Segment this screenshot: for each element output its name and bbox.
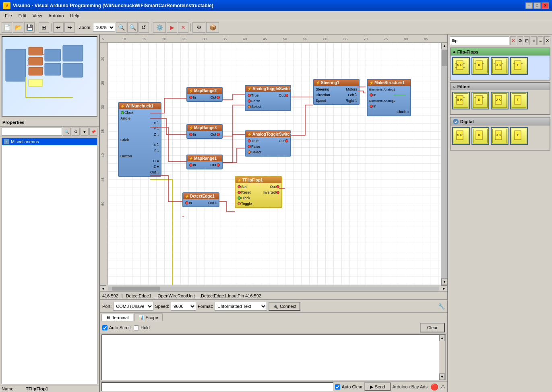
port-dot-inverted[interactable] bbox=[276, 191, 279, 194]
prop-btn-search[interactable]: 🔍 bbox=[63, 128, 71, 136]
node-wiinunchuck[interactable]: ⚡ WiiNunchuck1 Clock Angle X ⤵ bbox=[118, 102, 161, 177]
port-dot-select[interactable] bbox=[248, 105, 251, 108]
port-dot-tff-out[interactable] bbox=[276, 185, 279, 188]
scrollbar-h-thumb[interactable] bbox=[112, 287, 160, 291]
toolbar-grid[interactable]: ⊞ bbox=[39, 22, 49, 33]
search-close-btn[interactable]: ✕ bbox=[544, 36, 550, 45]
search-clear-btn[interactable]: ✕ bbox=[510, 36, 516, 45]
menu-view[interactable]: View bbox=[29, 12, 45, 19]
port-dot-clock[interactable] bbox=[121, 111, 124, 114]
scroll-left-btn[interactable]: ◄ bbox=[100, 285, 106, 292]
port-dot-reset[interactable] bbox=[238, 191, 241, 194]
comp-ff-4[interactable]: T bbox=[510, 57, 528, 75]
port-dot-false[interactable] bbox=[248, 99, 251, 103]
node-maprange1[interactable]: ⚡ MapRange1 In Out bbox=[186, 155, 223, 169]
node-maprange3[interactable]: ⚡ MapRange3 In Out bbox=[186, 124, 223, 139]
port-dot-toggle[interactable] bbox=[238, 202, 241, 205]
wrench-btn[interactable]: 🔧 bbox=[438, 303, 445, 309]
port-dot-true[interactable] bbox=[248, 94, 251, 97]
autoclear-checkbox[interactable] bbox=[335, 384, 340, 390]
scroll-down-btn[interactable]: ▼ bbox=[441, 279, 447, 285]
zoom-select[interactable]: 100% 75% 150% bbox=[93, 23, 115, 32]
node-analog2[interactable]: ⚡ AnalogToggleSwitch2 True Out bbox=[245, 130, 291, 157]
search-filter-btn[interactable]: ⊞ bbox=[524, 36, 530, 45]
hold-label[interactable]: Hold bbox=[134, 325, 150, 330]
comp-digital-2[interactable]: D bbox=[471, 127, 489, 145]
port-dot-in[interactable] bbox=[189, 133, 192, 136]
menu-edit[interactable]: Edit bbox=[15, 12, 29, 19]
comp-filter-ff-3[interactable]: J K bbox=[491, 92, 509, 109]
comp-ff-3[interactable]: J K bbox=[491, 57, 509, 75]
search-more-btn[interactable]: » bbox=[531, 36, 537, 45]
toolbar-redo[interactable]: ↪ bbox=[64, 22, 75, 33]
scroll-right-btn[interactable]: ► bbox=[441, 285, 447, 292]
node-analog1[interactable]: ⚡ AnalogToggleSwitch1 True Out bbox=[245, 85, 291, 111]
port-select[interactable]: COM3 (Unave bbox=[113, 302, 153, 311]
section-header-filters[interactable]: ○ Filters bbox=[451, 83, 550, 90]
scroll-up-btn[interactable]: ▲ bbox=[441, 43, 447, 49]
toolbar-zoom-in[interactable]: 🔍 bbox=[116, 22, 126, 33]
port-dot-out[interactable] bbox=[217, 163, 220, 167]
maximize-button[interactable]: □ bbox=[533, 2, 541, 9]
port-dot-out[interactable] bbox=[217, 96, 220, 99]
tab-terminal[interactable]: 🖥 Terminal bbox=[101, 314, 133, 321]
node-makestructure[interactable]: ⚡ MakeStructure1 Elements.Analog1 In Ele… bbox=[367, 79, 411, 116]
tab-scope[interactable]: 📊 Scope bbox=[134, 314, 163, 321]
node-maprange2[interactable]: ⚡ MapRange2 In Out bbox=[186, 87, 223, 102]
prop-btn-filter[interactable]: ▼ bbox=[81, 128, 89, 136]
section-header-flip-flops[interactable]: ● Flip-Flops bbox=[451, 48, 550, 56]
port-dot-in[interactable] bbox=[189, 163, 192, 167]
terminal-output[interactable]: ▲ ▼ bbox=[101, 334, 446, 380]
tree-item-misc[interactable]: + Miscellaneous bbox=[2, 138, 97, 145]
comp-digital-4[interactable]: T bbox=[510, 127, 528, 145]
toolbar-save[interactable]: 💾 bbox=[24, 22, 35, 33]
hold-checkbox[interactable] bbox=[134, 325, 139, 330]
minimize-button[interactable]: ─ bbox=[525, 2, 533, 9]
toolbar-upload[interactable]: ▶ bbox=[167, 22, 177, 33]
port-dot-in1[interactable] bbox=[370, 93, 373, 97]
autoscroll-checkbox[interactable] bbox=[102, 325, 108, 330]
port-dot-set[interactable] bbox=[238, 185, 241, 188]
properties-search[interactable] bbox=[2, 128, 62, 136]
comp-filter-ff-4[interactable]: T bbox=[510, 92, 528, 109]
terminal-scroll-up[interactable]: ▲ bbox=[439, 335, 445, 341]
speed-select[interactable]: 9600 115200 bbox=[171, 302, 196, 311]
toolbar-new[interactable]: 📄 bbox=[2, 22, 12, 33]
toolbar-board-manager[interactable]: ⚙ bbox=[192, 22, 205, 33]
menu-help[interactable]: Help bbox=[67, 12, 83, 19]
autoclear-label[interactable]: Auto Clear bbox=[335, 384, 363, 390]
clear-button[interactable]: Clear bbox=[420, 323, 445, 332]
port-dot-in2[interactable] bbox=[370, 105, 373, 108]
format-select[interactable]: Unformatted Text bbox=[215, 302, 267, 311]
component-search[interactable] bbox=[450, 36, 509, 45]
send-button[interactable]: ▶ Send bbox=[364, 382, 391, 391]
toolbar-stop[interactable]: ✕ bbox=[178, 22, 188, 33]
scroll-thumb[interactable] bbox=[442, 50, 447, 66]
terminal-scroll-down[interactable]: ▼ bbox=[439, 373, 445, 380]
toolbar-open[interactable]: 📂 bbox=[13, 22, 23, 33]
comp-filter-ff-2[interactable]: D bbox=[471, 92, 489, 109]
toolbar-compile[interactable]: ⚙️ bbox=[153, 22, 166, 33]
comp-digital-3[interactable]: J K bbox=[491, 127, 509, 145]
menu-arduino[interactable]: Arduino bbox=[45, 12, 67, 19]
connect-button[interactable]: 🔌 Connect bbox=[269, 302, 300, 311]
close-button[interactable]: ✕ bbox=[542, 2, 549, 9]
search-settings-btn[interactable]: ⚙ bbox=[517, 36, 523, 45]
prop-btn-pin[interactable]: 📌 bbox=[89, 128, 97, 136]
node-detectedge[interactable]: ⚡ DetectEdge1 In Out ⎍ bbox=[182, 192, 219, 207]
toolbar-undo[interactable]: ↩ bbox=[53, 22, 64, 33]
port-dot-de-in[interactable] bbox=[185, 201, 188, 204]
autoscroll-label[interactable]: Auto Scroll bbox=[102, 325, 130, 330]
port-dot-out[interactable] bbox=[217, 133, 220, 136]
scrollbar-h[interactable]: ◄ ► bbox=[100, 285, 447, 291]
port-dot-in[interactable] bbox=[189, 96, 192, 99]
scroll-right[interactable]: ▲ ▼ bbox=[441, 43, 447, 285]
terminal-scrollbar[interactable]: ▲ ▼ bbox=[439, 335, 445, 380]
port-dot-false[interactable] bbox=[248, 145, 251, 148]
section-header-digital[interactable]: D Digital bbox=[451, 118, 550, 126]
node-tflipflop[interactable]: ⚡ TFlipFlop1 Set Out bbox=[235, 176, 282, 208]
canvas-main[interactable]: 20 25 30 35 40 45 50 bbox=[100, 43, 447, 285]
toolbar-zoom-out[interactable]: 🔍 bbox=[127, 22, 138, 33]
port-dot-select[interactable] bbox=[248, 151, 251, 154]
search-alt-btn[interactable]: ≡ bbox=[538, 36, 544, 45]
